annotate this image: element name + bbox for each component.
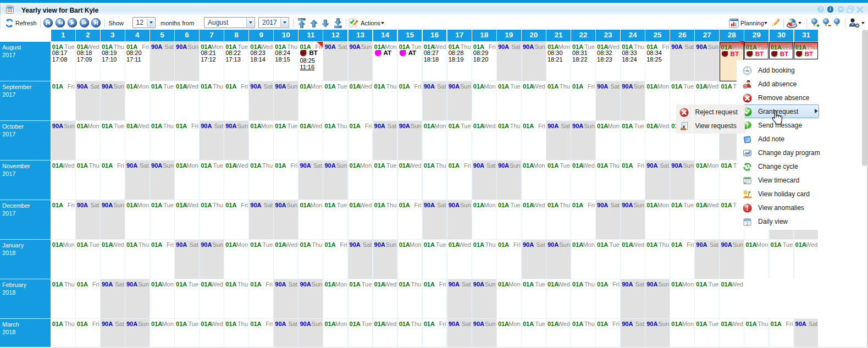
svg-text:1: 1 — [747, 221, 749, 225]
